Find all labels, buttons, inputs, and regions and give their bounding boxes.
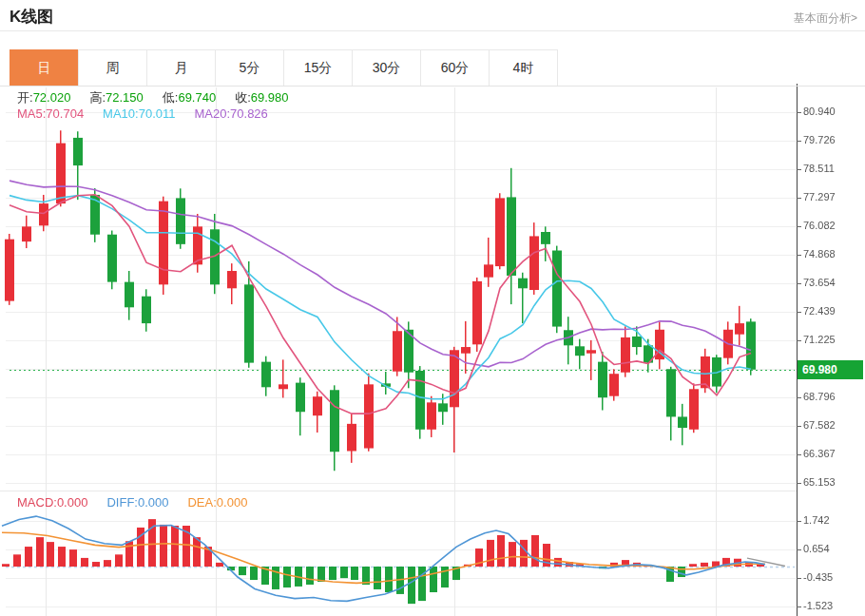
- header-divider: [0, 30, 865, 31]
- kline-app: K线图 基本面分析> 日周月5分15分30分60分4时 开:72.020高:72…: [0, 0, 865, 616]
- ma-row-item-0: MA5:70.704: [17, 106, 84, 121]
- ohlc-row-item-3: 收:69.980: [235, 90, 288, 105]
- tab-period-0[interactable]: 日: [10, 49, 79, 87]
- tab-period-1[interactable]: 周: [78, 49, 147, 87]
- ohlc-legend: 开:72.020高:72.150低:69.740收:69.980: [17, 89, 308, 106]
- main-ytick-label: 65.153: [803, 476, 836, 488]
- macd-ytick-label: 1.742: [803, 514, 830, 526]
- macd-row-item-1: DIFF:0.000: [106, 495, 168, 510]
- tab-period-7[interactable]: 4时: [489, 49, 558, 87]
- tab-period-6[interactable]: 60分: [420, 49, 490, 87]
- main-ytick-label: 71.225: [803, 334, 836, 345]
- ohlc-row-item-2: 低:69.740: [163, 90, 216, 105]
- main-ytick-label: 80.940: [803, 106, 836, 117]
- main-ytick-label: 72.439: [803, 305, 836, 317]
- tab-period-3[interactable]: 5分: [215, 49, 284, 87]
- main-ytick-label: 66.367: [803, 448, 836, 459]
- main-ytick-label: 68.796: [803, 391, 836, 402]
- macd-row-item-0: MACD:0.000: [17, 495, 87, 510]
- macd-ytick-label: -1.523: [803, 600, 833, 611]
- tab-period-4[interactable]: 15分: [283, 49, 353, 87]
- main-ytick-label: 73.654: [803, 277, 836, 288]
- page-title: K线图: [10, 6, 53, 28]
- main-ytick-label: 76.082: [803, 220, 836, 231]
- tabbar-divider: [0, 86, 865, 87]
- ma-row-item-2: MA20:70.826: [194, 106, 267, 121]
- ma-legend: MA5:70.704MA10:70.011MA20:70.826: [17, 106, 287, 121]
- ohlc-row-item-0: 开:72.020: [17, 90, 70, 105]
- macd-ytick-label: 0.654: [803, 543, 830, 554]
- fundamental-analysis-link[interactable]: 基本面分析>: [794, 10, 857, 27]
- main-ytick-label: 67.582: [803, 419, 836, 431]
- ohlc-row-item-1: 高:72.150: [89, 90, 143, 105]
- macd-legend: MACD:0.000DIFF:0.000DEA:0.000: [17, 495, 266, 510]
- macd-ytick-label: -0.435: [803, 571, 833, 583]
- main-ytick-label: 74.868: [803, 248, 836, 260]
- panel-divider: [0, 491, 797, 491]
- tab-period-5[interactable]: 30分: [352, 49, 421, 87]
- current-price-badge: 69.980: [798, 360, 863, 379]
- ma-row-item-1: MA10:70.011: [103, 106, 175, 121]
- main-ytick-label: 77.297: [803, 191, 836, 202]
- tab-period-2[interactable]: 月: [146, 49, 216, 87]
- main-ytick-label: 79.726: [803, 134, 836, 145]
- main-ytick-label: 78.511: [803, 163, 835, 174]
- period-tab-bar: 日周月5分15分30分60分4时: [10, 49, 558, 87]
- macd-row-item-2: DEA:0.000: [187, 495, 247, 510]
